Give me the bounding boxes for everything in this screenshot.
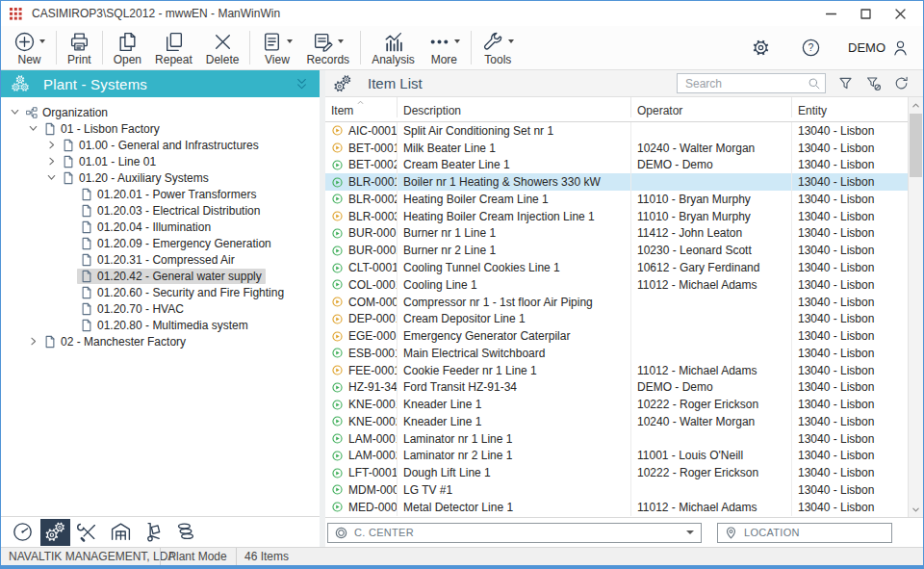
refresh-button[interactable] [887, 75, 915, 91]
minimize-button[interactable] [813, 2, 848, 25]
status-play-icon [331, 483, 344, 496]
table-row[interactable]: BLR-0003Heating Boiler Cream Injection L… [325, 208, 908, 225]
tree-item-inner[interactable]: 01.20.03 - Electrical Distribution [77, 203, 264, 219]
coins-module-button[interactable] [171, 519, 201, 546]
settings-button[interactable] [740, 26, 782, 69]
table-row[interactable]: LFT-0001Dough Lift Line 110222 - Roger E… [325, 464, 908, 481]
tree-item-inner[interactable]: 01.01 - Line 01 [59, 154, 160, 169]
table-row[interactable]: BUR-0002Burner nr 2 Line 110230 - Leonar… [325, 242, 908, 259]
tree-item-inner[interactable]: 01.00 - General and Infrastructures [59, 138, 263, 153]
table-row[interactable]: LAM-0001Laminator nr 1 Line 113040 - Lis… [325, 430, 908, 448]
tree-item[interactable]: 01.00 - General and Infrastructures [1, 137, 320, 153]
clear-filter-button[interactable] [860, 75, 887, 91]
tree-item-inner[interactable]: 01.20.42 - General water supply [77, 269, 266, 284]
tree-item[interactable]: 02 - Manchester Factory [1, 333, 320, 349]
table-row[interactable]: KNE-0001Kneader Line 110222 - Roger Eric… [325, 396, 908, 413]
table-row[interactable]: EGE-0001Emergency Generator Caterpilar13… [325, 327, 908, 345]
tree-item[interactable]: 01.20.60 - Security and Fire Fighting [1, 284, 320, 300]
location-field[interactable]: LOCATION [717, 523, 892, 543]
column-header-entity[interactable]: Entity [792, 104, 908, 117]
chevron-down-icon[interactable] [7, 108, 22, 116]
tree-item-inner[interactable]: 01.20.31 - Compressed Air [77, 252, 239, 268]
tree-item[interactable]: 01.20 - Auxiliary Systems [1, 169, 320, 186]
table-row[interactable]: KNE-0002Kneader Line 110240 - Walter Mor… [325, 413, 908, 430]
chevron-down-icon[interactable] [25, 124, 40, 133]
tree-item-inner[interactable]: Organization [22, 105, 112, 120]
entity-cell: 13040 - Lisbon [792, 157, 908, 174]
scroll-down-arrow[interactable] [909, 502, 923, 517]
tree-item-inner[interactable]: 01.20.04 - Illumination [77, 220, 215, 235]
user-menu-button[interactable]: DEMO [840, 26, 917, 69]
vertical-scrollbar[interactable] [908, 97, 923, 517]
tree-item-inner[interactable]: 01 - Lisbon Factory [40, 121, 164, 137]
repeat-button[interactable]: Repeat [148, 26, 199, 69]
chevron-right-icon[interactable] [43, 141, 59, 149]
table-row[interactable]: BLR-0002Heating Boiler Cream Line 111010… [325, 191, 908, 208]
table-row[interactable]: AIC-0001Split Air Conditioning Set nr 11… [325, 122, 908, 140]
tree-item-inner[interactable]: 01.20 - Auxiliary Systems [59, 170, 213, 186]
table-row[interactable]: BET-0001Milk Beater Line 110240 - Walter… [325, 140, 908, 157]
tree-item[interactable]: 01 - Lisbon Factory [1, 120, 320, 137]
table-row[interactable]: CLT-0001Cooling Tunnel Cookies Line 1106… [325, 259, 908, 276]
records-button[interactable]: Records [299, 26, 356, 69]
scrollbar-thumb[interactable] [910, 114, 922, 177]
view-button[interactable]: View [254, 26, 299, 69]
table-row[interactable]: FEE-0001Cookie Feeder nr 1 Line 111012 -… [325, 362, 908, 379]
table-row[interactable]: MDM-0001LG TV #113040 - Lisbon [325, 481, 908, 499]
close-button[interactable] [883, 2, 917, 25]
tree-item[interactable]: 01.20.04 - Illumination [1, 219, 320, 235]
tree-item[interactable]: 01.20.70 - HVAC [1, 300, 320, 317]
analysis-button[interactable]: Analysis [365, 26, 422, 69]
table-row[interactable]: BLR-0001Boiler nr 1 Heating & Showers 33… [325, 173, 908, 191]
gauge-module-button[interactable] [8, 519, 38, 546]
more-button[interactable]: More [422, 26, 467, 69]
collapse-panel-icon[interactable] [294, 76, 310, 92]
delete-button[interactable]: Delete [199, 26, 246, 69]
hand-truck-module-button[interactable] [139, 519, 168, 546]
table-row[interactable]: COL-0001Cooling Line 111012 - Michael Ad… [325, 276, 908, 294]
tree-item[interactable]: 01.20.09 - Emergency Generation [1, 235, 320, 251]
tree-item-inner[interactable]: 01.20.70 - HVAC [77, 301, 188, 317]
tree-item-inner[interactable]: 01.20.01 - Power Transformers [77, 187, 260, 202]
search-input[interactable] [685, 77, 808, 91]
scroll-up-arrow[interactable] [909, 97, 923, 113]
filter-button[interactable] [832, 75, 860, 91]
crossed-tools-module-button[interactable] [73, 519, 103, 546]
tree-item[interactable]: 01.20.01 - Power Transformers [1, 186, 320, 202]
tree-item-inner[interactable]: 01.20.60 - Security and Fire Fighting [77, 285, 288, 300]
table-row[interactable]: COM-0001Compressor nr 1 - 1st floor Air … [325, 294, 908, 311]
cost-center-dropdown[interactable]: C. CENTER [327, 523, 702, 543]
table-row[interactable]: LAM-0002Laminator nr 2 Line 111001 - Lou… [325, 448, 908, 465]
open-button[interactable]: Open [107, 26, 148, 69]
table-row[interactable]: BUR-0001Burner nr 1 Line 111412 - John L… [325, 225, 908, 243]
tree-item[interactable]: 01.20.80 - Multimedia system [1, 317, 320, 333]
chevron-right-icon[interactable] [43, 157, 59, 166]
table-row[interactable]: DEP-0001Cream Depositor Line 113040 - Li… [325, 310, 908, 327]
gears-icon [11, 74, 30, 93]
search-icon[interactable] [808, 77, 820, 90]
tree-item-inner[interactable]: 01.20.09 - Emergency Generation [77, 236, 275, 251]
tree-item[interactable]: 01.20.03 - Electrical Distribution [1, 202, 320, 219]
tree-item-inner[interactable]: 01.20.80 - Multimedia system [77, 318, 252, 333]
column-header-description[interactable]: Description [398, 97, 631, 117]
tree-item[interactable]: 01.01 - Line 01 [1, 153, 320, 169]
tree-item[interactable]: 01.20.31 - Compressed Air [1, 251, 320, 268]
chevron-right-icon[interactable] [25, 337, 40, 346]
print-button[interactable]: Print [61, 26, 98, 69]
tree-item[interactable]: 01.20.42 - General water supply [1, 268, 320, 284]
entity-cell: 13040 - Lisbon [792, 345, 908, 362]
table-row[interactable]: ESB-0001Main Electrical Switchboard13040… [325, 345, 908, 362]
table-row[interactable]: BET-0002Cream Beater Line 1DEMO - Demo13… [325, 157, 908, 174]
tools-button[interactable]: Tools [475, 26, 521, 69]
column-header-operator[interactable]: Operator [631, 97, 792, 117]
warehouse-module-button[interactable] [106, 519, 136, 546]
table-row[interactable]: MED-0001Metal Detector Line 111012 - Mic… [325, 499, 908, 516]
tree-item-inner[interactable]: 02 - Manchester Factory [40, 334, 190, 349]
chevron-down-icon[interactable] [43, 173, 59, 182]
help-button[interactable]: ? [790, 26, 832, 69]
tree-item[interactable]: Organization [1, 104, 320, 120]
maximize-button[interactable] [848, 2, 883, 25]
new-button[interactable]: New [7, 26, 52, 69]
table-row[interactable]: HZ-91-34Ford Transit HZ-91-34DEMO - Demo… [325, 378, 908, 396]
gears2-module-button[interactable] [40, 519, 70, 546]
